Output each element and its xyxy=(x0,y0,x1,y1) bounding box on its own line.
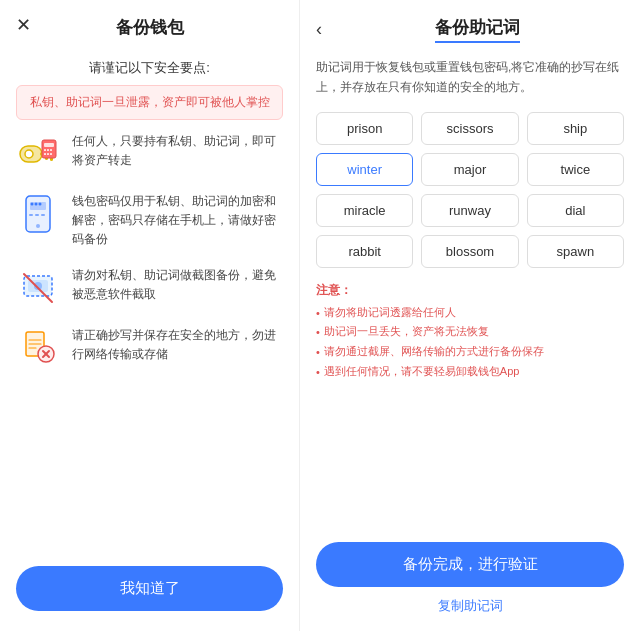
svg-point-21 xyxy=(36,224,40,228)
item-text-1: 任何人，只要持有私钥、助记词，即可将资产转走 xyxy=(72,132,283,170)
mnemonic-word: blossom xyxy=(421,235,518,268)
backup-mnemonic-panel: ‹ 备份助记词 助记词用于恢复钱包或重置钱包密码,将它准确的抄写在纸上，并存放在… xyxy=(300,0,640,631)
left-items-list: 任何人，只要持有私钥、助记词，即可将资产转走 钱包密码仅用于私钥、助记词的加密和… xyxy=(0,132,299,554)
mnemonic-grid: prisonscissorsshipwintermajortwicemiracl… xyxy=(316,112,624,268)
notes-item: 请勿将助记词透露给任何人 xyxy=(316,303,624,323)
right-header: ‹ 备份助记词 xyxy=(300,0,640,53)
list-item: 任何人，只要持有私钥、助记词，即可将资产转走 xyxy=(16,132,283,176)
left-footer: 我知道了 xyxy=(0,554,299,631)
list-item: 请正确抄写并保存在安全的地方，勿进行网络传输或存储 xyxy=(16,326,283,370)
mnemonic-word: prison xyxy=(316,112,413,145)
verify-button[interactable]: 备份完成，进行验证 xyxy=(316,542,624,587)
svg-point-17 xyxy=(39,203,42,206)
document-icon xyxy=(16,326,60,370)
svg-rect-8 xyxy=(47,149,49,151)
list-item: 请勿对私钥、助记词做截图备份，避免被恶意软件截取 xyxy=(16,266,283,310)
svg-rect-12 xyxy=(50,153,52,155)
svg-rect-6 xyxy=(44,143,54,147)
left-subtitle: 请谨记以下安全要点: xyxy=(16,59,283,77)
mnemonic-word: ship xyxy=(527,112,624,145)
right-description: 助记词用于恢复钱包或重置钱包密码,将它准确的抄写在纸上，并存放在只有你知道的安全… xyxy=(316,57,624,98)
notes-item: 助记词一旦丢失，资产将无法恢复 xyxy=(316,322,624,342)
screenshot-icon xyxy=(16,266,60,310)
svg-rect-11 xyxy=(47,153,49,155)
svg-rect-19 xyxy=(35,214,39,216)
key-icon xyxy=(16,132,60,176)
left-header: ✕ 备份钱包 xyxy=(0,0,299,49)
copy-mnemonic-link[interactable]: 复制助记词 xyxy=(316,597,624,615)
svg-rect-20 xyxy=(41,214,45,216)
mnemonic-word: scissors xyxy=(421,112,518,145)
mnemonic-word: rabbit xyxy=(316,235,413,268)
svg-rect-7 xyxy=(44,149,46,151)
svg-rect-10 xyxy=(44,153,46,155)
svg-point-16 xyxy=(35,203,38,206)
svg-rect-18 xyxy=(29,214,33,216)
right-footer: 备份完成，进行验证 复制助记词 xyxy=(300,534,640,631)
mnemonic-word: runway xyxy=(421,194,518,227)
notes-title: 注意： xyxy=(316,282,624,299)
mnemonic-word: spawn xyxy=(527,235,624,268)
item-text-2: 钱包密码仅用于私钥、助记词的加密和解密，密码只存储在手机上，请做好密码备份 xyxy=(72,192,283,250)
item-text-4: 请正确抄写并保存在安全的地方，勿进行网络传输或存储 xyxy=(72,326,283,364)
mnemonic-word: major xyxy=(421,153,518,186)
notes-item: 请勿通过截屏、网络传输的方式进行备份保存 xyxy=(316,342,624,362)
svg-point-15 xyxy=(31,203,34,206)
notes-item: 遇到任何情况，请不要轻易卸载钱包App xyxy=(316,362,624,382)
notes-section: 注意： 请勿将助记词透露给任何人助记词一旦丢失，资产将无法恢复请勿通过截屏、网络… xyxy=(316,282,624,382)
svg-point-1 xyxy=(25,150,33,158)
backup-wallet-panel: ✕ 备份钱包 请谨记以下安全要点: 私钥、助记词一旦泄露，资产即可被他人掌控 xyxy=(0,0,300,631)
mnemonic-word: winter xyxy=(316,153,413,186)
item-text-3: 请勿对私钥、助记词做截图备份，避免被恶意软件截取 xyxy=(72,266,283,304)
svg-rect-5 xyxy=(42,140,56,158)
phone-icon xyxy=(16,192,60,236)
mnemonic-word: twice xyxy=(527,153,624,186)
list-item: 钱包密码仅用于私钥、助记词的加密和解密，密码只存储在手机上，请做好密码备份 xyxy=(16,192,283,250)
close-button[interactable]: ✕ xyxy=(16,14,31,36)
mnemonic-word: dial xyxy=(527,194,624,227)
right-title: 备份助记词 xyxy=(435,16,520,43)
right-title-wrap: 备份助记词 xyxy=(330,16,624,43)
acknowledge-button[interactable]: 我知道了 xyxy=(16,566,283,611)
svg-rect-9 xyxy=(50,149,52,151)
warning-box: 私钥、助记词一旦泄露，资产即可被他人掌控 xyxy=(16,85,283,120)
back-button[interactable]: ‹ xyxy=(316,19,322,40)
mnemonic-word: miracle xyxy=(316,194,413,227)
left-title: 备份钱包 xyxy=(116,16,184,39)
